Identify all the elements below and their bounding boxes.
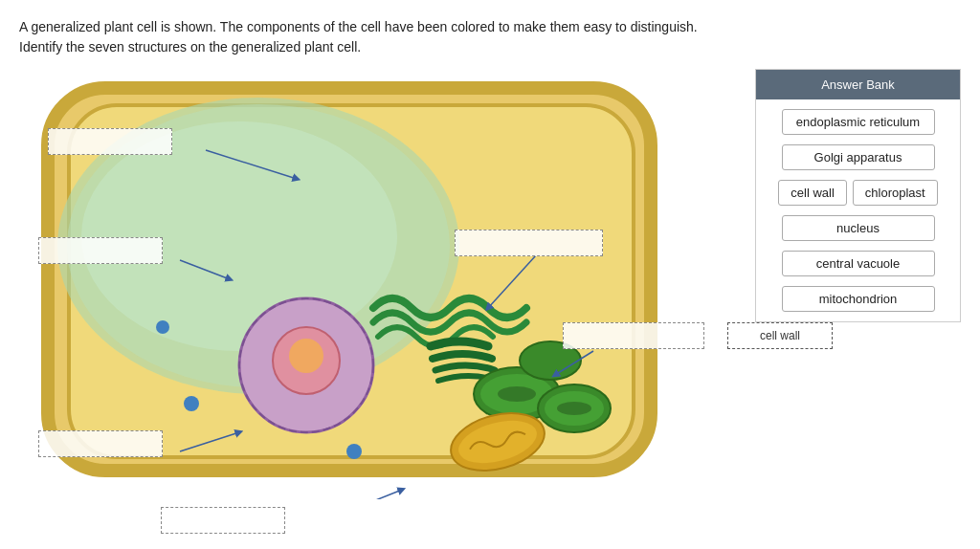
answer-row-wall-chloroplast: cell wall chloroplast [778, 180, 937, 206]
svg-line-26 [306, 490, 402, 499]
svg-point-14 [498, 386, 536, 402]
page-container: A generalized plant cell is shown. The c… [0, 0, 980, 549]
svg-point-20 [156, 320, 169, 334]
label-box-cell-wall[interactable]: cell wall [727, 322, 833, 349]
label-box-1[interactable] [48, 128, 172, 155]
diagram-area: cell wall [19, 69, 718, 509]
answer-bank: Answer Bank endoplasmic reticulum Golgi … [755, 69, 961, 322]
label-box-2[interactable] [38, 237, 163, 264]
svg-point-15 [557, 402, 591, 415]
answer-chip-cell-wall[interactable]: cell wall [778, 180, 847, 206]
answer-bank-header: Answer Bank [756, 70, 960, 99]
svg-point-18 [184, 396, 199, 411]
instructions-text: A generalized plant cell is shown. The c… [19, 17, 708, 57]
answer-chip-endoplasmic-reticulum[interactable]: endoplasmic reticulum [782, 109, 935, 135]
answer-chip-central-vacuole[interactable]: central vacuole [782, 251, 935, 276]
label-box-4[interactable] [563, 322, 704, 349]
answer-bank-body: endoplasmic reticulum Golgi apparatus ce… [756, 99, 960, 321]
label-box-7[interactable] [161, 507, 285, 534]
answer-chip-nucleus[interactable]: nucleus [782, 215, 935, 241]
label-box-5[interactable] [38, 430, 163, 457]
svg-point-19 [346, 444, 362, 459]
content-area: cell wall Answer Bank endoplasmic reticu… [19, 69, 961, 509]
svg-point-7 [289, 339, 323, 373]
answer-chip-golgi-apparatus[interactable]: Golgi apparatus [782, 144, 935, 170]
answer-chip-chloroplast[interactable]: chloroplast [853, 180, 938, 206]
label-box-3[interactable] [455, 230, 603, 256]
answer-chip-mitochondrion[interactable]: mitochondrion [782, 286, 935, 312]
